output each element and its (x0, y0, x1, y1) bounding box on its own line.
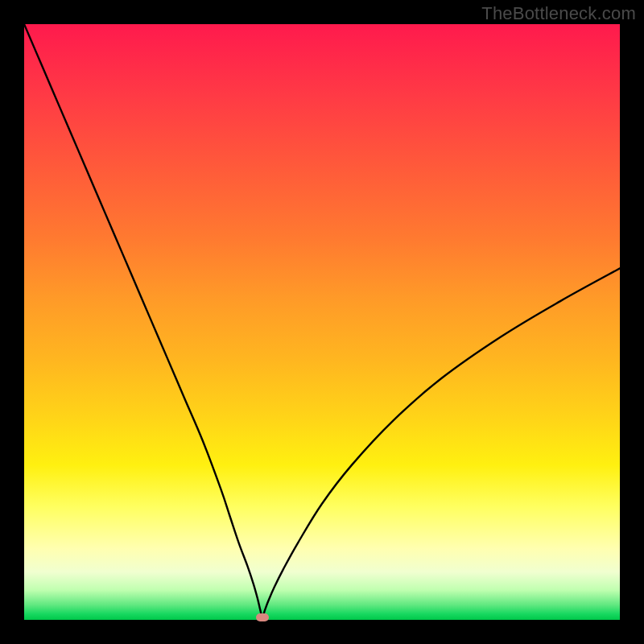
plot-area (24, 24, 620, 620)
chart-frame: TheBottleneck.com (0, 0, 644, 644)
watermark-text: TheBottleneck.com (481, 3, 636, 24)
bottleneck-curve (24, 24, 620, 620)
min-marker-dot (256, 613, 269, 621)
